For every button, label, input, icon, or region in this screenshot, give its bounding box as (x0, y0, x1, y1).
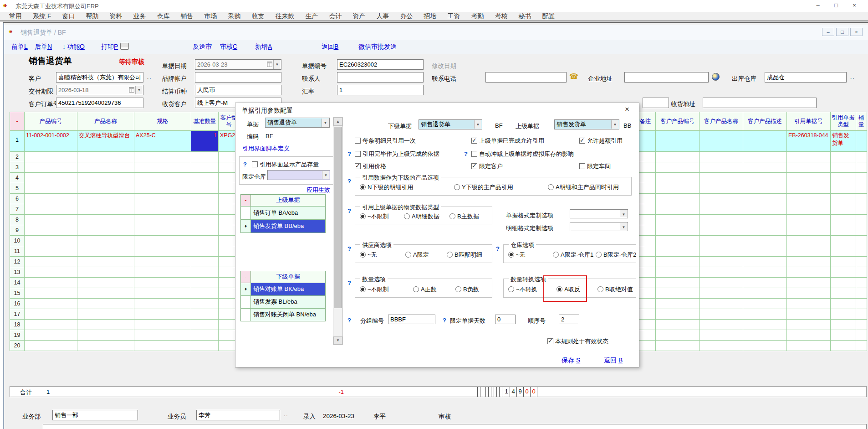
empty-cell[interactable] (77, 341, 134, 351)
empty-cell[interactable] (787, 204, 831, 215)
empty-cell[interactable] (25, 341, 77, 351)
empty-cell[interactable] (831, 299, 856, 309)
dialog-checkbox-0[interactable]: 每条明细只引用一次 (355, 137, 416, 145)
row-selector[interactable]: 7 (10, 204, 25, 215)
empty-cell[interactable] (787, 173, 831, 183)
empty-cell[interactable] (743, 204, 787, 215)
empty-cell[interactable] (787, 162, 831, 173)
phone-field[interactable] (485, 72, 567, 83)
empty-cell[interactable] (700, 278, 743, 288)
empty-cell[interactable] (191, 162, 219, 173)
empty-cell[interactable] (700, 152, 743, 162)
menu-item-13[interactable]: 会计 (323, 12, 347, 21)
empty-cell[interactable] (134, 204, 191, 215)
empty-cell[interactable] (134, 162, 191, 173)
menu-item-3[interactable]: 帮助 (80, 12, 104, 21)
empty-cell[interactable] (25, 320, 77, 330)
row-selector[interactable]: 8 (10, 215, 25, 225)
empty-cell[interactable] (134, 183, 191, 194)
row-selector[interactable]: 6 (10, 194, 25, 204)
warehouse-lookup-button[interactable]: .. (850, 74, 855, 80)
empty-cell[interactable] (134, 288, 191, 299)
empty-cell[interactable] (77, 267, 134, 278)
upper-doc-item-1[interactable]: ♦销售发货单 BB/eba (241, 220, 325, 233)
empty-cell[interactable] (134, 236, 191, 246)
menu-item-18[interactable]: 工资 (442, 12, 465, 21)
chevron-down-icon[interactable]: ▼ (611, 120, 618, 129)
doc-date-field[interactable]: 2026-03-23▼ (195, 59, 281, 70)
help-icon[interactable]: ? (347, 245, 351, 252)
dept-field[interactable]: 销售一部 (52, 410, 138, 420)
maximize-icon[interactable]: □ (827, 0, 845, 12)
upper-doc-combo[interactable]: 销售发货单▼ (554, 119, 619, 129)
empty-cell[interactable] (831, 236, 856, 246)
scroll-up-icon[interactable]: ▲ (333, 118, 342, 126)
menu-item-6[interactable]: 仓库 (151, 12, 175, 21)
empty-cell[interactable] (656, 225, 700, 236)
empty-cell[interactable] (77, 257, 134, 267)
chevron-down-icon[interactable]: ▼ (620, 223, 627, 230)
empty-cell[interactable] (134, 173, 191, 183)
empty-cell[interactable] (856, 288, 867, 299)
empty-cell[interactable] (831, 162, 856, 173)
empty-cell[interactable] (134, 194, 191, 204)
empty-cell[interactable] (856, 246, 867, 257)
row-selector[interactable]: 20 (10, 341, 25, 351)
empty-cell[interactable] (743, 299, 787, 309)
empty-cell[interactable] (700, 183, 743, 194)
receive-address-field[interactable] (703, 98, 817, 108)
empty-cell[interactable] (787, 341, 831, 351)
out-warehouse-field[interactable]: 成品仓 (765, 72, 847, 83)
remark-field[interactable] (43, 424, 867, 429)
empty-cell[interactable] (856, 257, 867, 267)
empty-cell[interactable] (787, 236, 831, 246)
back-button[interactable]: 返回 B (604, 357, 623, 365)
show-stock-checkbox[interactable]: 引用界面显示产品存量 (252, 160, 319, 169)
empty-cell[interactable] (831, 183, 856, 194)
row1-cell-9[interactable] (700, 131, 743, 152)
limit-warehouse-combo[interactable]: ▼ (267, 170, 330, 180)
empty-cell[interactable] (77, 225, 134, 236)
empty-cell[interactable] (134, 225, 191, 236)
empty-cell[interactable] (25, 246, 77, 257)
empty-cell[interactable] (25, 183, 77, 194)
row-selector[interactable]: 13 (10, 267, 25, 278)
next-doc-button[interactable]: 后单N (35, 43, 52, 51)
dialog-checkbox-2[interactable]: 允许超额引用 (579, 137, 623, 145)
empty-cell[interactable] (743, 173, 787, 183)
empty-cell[interactable] (743, 267, 787, 278)
empty-cell[interactable] (700, 330, 743, 341)
radio-product-2[interactable]: A明细和主产品同时引用 (548, 183, 619, 191)
empty-cell[interactable] (77, 288, 134, 299)
empty-cell[interactable] (77, 330, 134, 341)
empty-cell[interactable] (191, 320, 219, 330)
empty-cell[interactable] (191, 246, 219, 257)
menu-item-1[interactable]: 系统 F (27, 12, 56, 21)
empty-cell[interactable] (743, 320, 787, 330)
delivery-date-field[interactable]: 2026-03-18▼ (56, 85, 143, 95)
empty-cell[interactable] (856, 152, 867, 162)
customer-lookup-button[interactable]: .. (147, 74, 152, 80)
empty-cell[interactable] (656, 236, 700, 246)
empty-cell[interactable] (856, 299, 867, 309)
help-icon[interactable]: ? (347, 207, 351, 214)
empty-cell[interactable] (831, 246, 856, 257)
empty-cell[interactable] (191, 204, 219, 215)
empty-cell[interactable] (743, 152, 787, 162)
print-button[interactable]: 打印P (101, 43, 118, 51)
radio-qty_convert-2[interactable]: B取绝对值 (597, 285, 633, 294)
menu-item-22[interactable]: 配置 (536, 12, 560, 21)
company-address-field[interactable] (624, 72, 709, 83)
empty-cell[interactable] (134, 320, 191, 330)
help-icon[interactable]: ? (443, 317, 446, 324)
menu-item-10[interactable]: 收支 (246, 12, 270, 21)
empty-cell[interactable] (191, 236, 219, 246)
chevron-down-icon[interactable]: ▼ (135, 86, 143, 94)
empty-cell[interactable] (856, 215, 867, 225)
empty-cell[interactable] (700, 257, 743, 267)
rule-valid-checkbox[interactable]: 本规则处于有效状态 (547, 337, 608, 346)
empty-cell[interactable] (25, 173, 77, 183)
empty-cell[interactable] (25, 236, 77, 246)
menu-item-9[interactable]: 采购 (222, 12, 246, 21)
empty-cell[interactable] (77, 299, 134, 309)
